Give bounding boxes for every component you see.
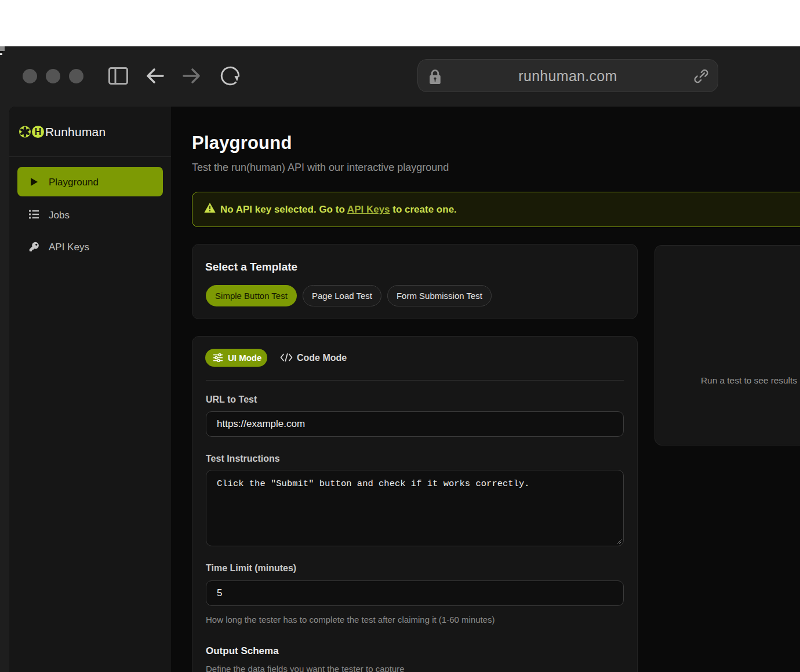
svg-text:H: H (35, 127, 42, 137)
